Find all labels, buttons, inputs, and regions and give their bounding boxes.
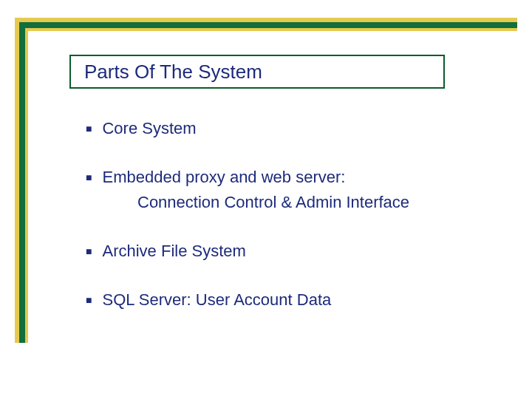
bullet-text: Embedded proxy and web server: [102, 167, 345, 188]
content-area: ■ Core System ■ Embedded proxy and web s… [86, 118, 470, 338]
bullet-icon: ■ [86, 290, 92, 310]
bullet-icon: ■ [86, 167, 92, 188]
bullet-icon: ■ [86, 241, 92, 262]
list-item: ■ Core System [86, 118, 470, 139]
frame-decoration [25, 28, 517, 31]
list-item: ■ Embedded proxy and web server: [86, 167, 470, 188]
title-box: Parts Of The System [69, 55, 445, 89]
list-item: ■ SQL Server: User Account Data [86, 290, 470, 310]
slide-title: Parts Of The System [84, 61, 262, 83]
frame-decoration [19, 22, 517, 28]
bullet-subtext: Connection Control & Admin Interface [137, 192, 470, 213]
bullet-icon: ■ [86, 118, 92, 139]
bullet-text: Archive File System [102, 241, 245, 262]
list-item: ■ Archive File System [86, 241, 470, 262]
frame-decoration [25, 28, 28, 343]
bullet-text: SQL Server: User Account Data [102, 290, 331, 310]
bullet-text: Core System [102, 118, 196, 139]
slide: Parts Of The System ■ Core System ■ Embe… [0, 0, 532, 399]
frame-decoration [19, 22, 25, 343]
